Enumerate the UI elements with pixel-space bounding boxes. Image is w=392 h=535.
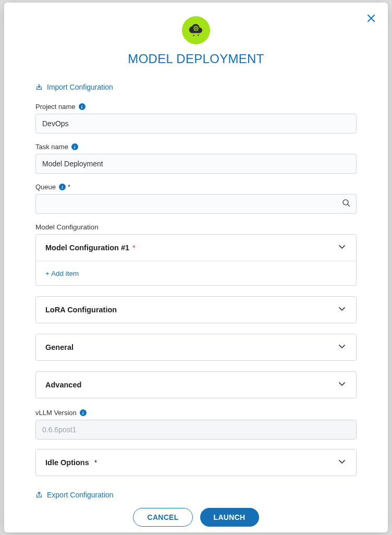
advanced-header[interactable]: Advanced (36, 372, 356, 398)
info-icon[interactable]: i (79, 103, 85, 110)
launch-button-label: LAUNCH (214, 513, 246, 521)
launch-button[interactable]: LAUNCH (200, 508, 259, 527)
close-button[interactable] (365, 12, 377, 25)
task-name-label: Task name (35, 143, 68, 151)
add-item-button[interactable]: + Add item (45, 270, 79, 277)
idle-options-panel: Idle Options * (35, 449, 357, 476)
field-label: Queue i * (35, 183, 357, 191)
field-label: vLLM Version i (35, 409, 357, 417)
queue-required: * (68, 183, 70, 191)
project-name-label: Project name (35, 103, 76, 111)
model-deployment-modal: MODEL DEPLOYMENT Import Configuration Pr… (4, 3, 388, 532)
export-icon (35, 491, 43, 498)
model-config-item-header[interactable]: Model Configuration #1 * (36, 235, 356, 261)
model-config-item-title: Model Configuration #1 (45, 244, 129, 252)
cloud-deploy-icon (182, 16, 210, 44)
modal-footer: CANCEL LAUNCH (35, 501, 357, 532)
close-icon (368, 15, 375, 22)
model-config-add-row: + Add item (36, 261, 356, 285)
general-panel: General (35, 334, 357, 361)
idle-options-title: Idle Options (45, 458, 89, 467)
import-icon (35, 83, 43, 91)
field-label: Task name i (35, 143, 357, 151)
chevron-down-icon (337, 379, 347, 391)
required-star: * (94, 458, 97, 467)
project-name-input[interactable] (35, 114, 357, 133)
cancel-button[interactable]: CANCEL (133, 508, 192, 527)
chevron-down-icon (337, 342, 347, 353)
field-label: Project name i (35, 103, 357, 111)
required-star: * (132, 244, 136, 252)
info-icon[interactable]: i (71, 143, 78, 150)
vllm-version-label: vLLM Version (35, 409, 77, 417)
lora-configuration-panel: LoRA Configuration (35, 296, 357, 323)
queue-field: Queue i * (35, 183, 357, 214)
general-title: General (45, 343, 74, 351)
idle-options-header[interactable]: Idle Options * (36, 449, 356, 476)
svg-point-1 (195, 28, 197, 29)
add-item-label: + Add item (45, 270, 79, 277)
queue-label: Queue (35, 183, 56, 191)
lora-configuration-title: LoRA Configuration (45, 306, 117, 314)
task-name-input[interactable] (35, 154, 357, 174)
cancel-button-label: CANCEL (147, 513, 178, 521)
modal-title: MODEL DEPLOYMENT (128, 52, 264, 66)
queue-input[interactable] (35, 194, 357, 214)
import-configuration-link[interactable]: Import Configuration (35, 83, 113, 91)
import-link-label: Import Configuration (47, 83, 113, 91)
model-configuration-label: Model Configuration (35, 223, 357, 231)
vllm-version-field: vLLM Version i (35, 409, 357, 440)
model-configuration-panel: Model Configuration #1 * + Add item (35, 234, 357, 286)
modal-header: MODEL DEPLOYMENT (4, 3, 388, 66)
chevron-down-icon (337, 242, 347, 253)
info-icon[interactable]: i (59, 184, 66, 190)
advanced-panel: Advanced (35, 371, 357, 398)
general-header[interactable]: General (36, 334, 356, 360)
project-name-field: Project name i (35, 103, 357, 133)
export-configuration-link[interactable]: Export Configuration (35, 491, 114, 499)
chevron-down-icon (337, 457, 347, 468)
export-link-label: Export Configuration (47, 491, 114, 499)
chevron-down-icon (337, 304, 347, 315)
info-icon[interactable]: i (80, 409, 87, 416)
lora-configuration-header[interactable]: LoRA Configuration (36, 297, 356, 323)
task-name-field: Task name i (35, 143, 357, 174)
modal-body: Import Configuration Project name i Task… (4, 66, 388, 532)
advanced-title: Advanced (45, 381, 81, 389)
vllm-version-input (35, 420, 357, 440)
